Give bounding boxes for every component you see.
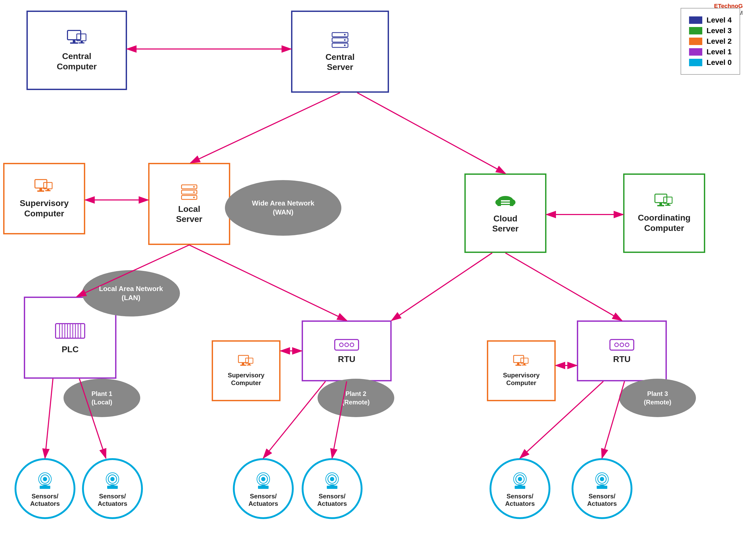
legend-label-0: Level 0 bbox=[706, 58, 732, 67]
coordinating-computer-box: CoordinatingComputer bbox=[623, 174, 705, 253]
svg-point-23 bbox=[193, 197, 195, 198]
legend-label-2: Level 2 bbox=[706, 37, 732, 46]
supervisory-computer-mid-box: SupervisoryComputer bbox=[212, 340, 280, 401]
svg-rect-58 bbox=[517, 362, 519, 365]
svg-rect-36 bbox=[665, 205, 671, 206]
sensor-3-icon bbox=[251, 470, 275, 491]
svg-point-72 bbox=[110, 477, 114, 481]
sensor-2: Sensors/Actuators bbox=[82, 458, 143, 519]
wan-bubble: Wide Area Network(WAN) bbox=[225, 180, 341, 236]
svg-line-106 bbox=[506, 253, 622, 321]
svg-rect-17 bbox=[45, 190, 51, 191]
lan-label: Local Area Network(LAN) bbox=[99, 284, 163, 302]
legend-item-4: Level 4 bbox=[689, 16, 732, 24]
sensor-3: Sensors/Actuators bbox=[233, 458, 294, 519]
sensor-3-label: Sensors/Actuators bbox=[248, 492, 278, 507]
supervisory-left-icon bbox=[34, 179, 55, 196]
legend-item-3: Level 3 bbox=[689, 26, 732, 35]
svg-rect-52 bbox=[247, 365, 251, 365]
svg-line-101 bbox=[357, 93, 506, 174]
legend-label-1: Level 1 bbox=[706, 48, 732, 56]
sensor-6: Sensors/Actuators bbox=[572, 458, 632, 519]
svg-point-7 bbox=[344, 34, 346, 35]
lan-bubble: Local Area Network(LAN) bbox=[82, 270, 180, 316]
rtu-right-box: RTU bbox=[577, 321, 667, 381]
svg-rect-63 bbox=[610, 339, 634, 350]
coordinating-label: CoordinatingComputer bbox=[638, 213, 691, 233]
sensor-6-label: Sensors/Actuators bbox=[587, 492, 617, 507]
legend-item-2: Level 2 bbox=[689, 37, 732, 46]
central-computer-box: CentralComputer bbox=[26, 10, 127, 90]
svg-rect-49 bbox=[240, 365, 246, 366]
svg-point-54 bbox=[340, 343, 343, 347]
supervisory-computer-left-box: SupervisoryComputer bbox=[3, 163, 85, 234]
coordinating-icon bbox=[654, 193, 675, 210]
legend-item-1: Level 1 bbox=[689, 48, 732, 56]
cloud-server-icon bbox=[493, 193, 517, 211]
svg-rect-13 bbox=[39, 188, 42, 191]
svg-rect-53 bbox=[335, 339, 358, 350]
svg-rect-48 bbox=[242, 362, 244, 365]
rtu-right-icon bbox=[609, 337, 635, 352]
legend-color-2 bbox=[689, 37, 702, 45]
local-server-label: LocalServer bbox=[176, 204, 202, 224]
legend-label-3: Level 3 bbox=[706, 26, 732, 35]
svg-point-11 bbox=[344, 45, 346, 46]
svg-rect-33 bbox=[657, 205, 664, 206]
rtu-mid-label: RTU bbox=[338, 354, 355, 364]
svg-rect-59 bbox=[515, 365, 521, 366]
legend-color-3 bbox=[689, 27, 702, 34]
svg-point-64 bbox=[615, 343, 618, 347]
central-server-box: CentralServer bbox=[291, 10, 389, 93]
supervisory-right-label: SupervisoryComputer bbox=[503, 372, 540, 387]
plant2-label: Plant 2(Remote) bbox=[318, 379, 394, 417]
diagram-container: ETechnoG WWW.ETechnoG.COM Level 4 Level … bbox=[0, 0, 756, 558]
svg-point-65 bbox=[620, 343, 624, 347]
legend-color-4 bbox=[689, 17, 702, 24]
svg-rect-29 bbox=[501, 203, 510, 204]
central-computer-icon bbox=[65, 29, 89, 49]
supervisory-mid-label: SupervisoryComputer bbox=[228, 372, 265, 387]
rtu-right-label: RTU bbox=[613, 354, 630, 364]
svg-rect-31 bbox=[655, 194, 667, 203]
svg-rect-32 bbox=[659, 203, 662, 205]
plc-icon bbox=[54, 321, 86, 342]
rtu-mid-box: RTU bbox=[302, 321, 392, 381]
plant1-label: Plant 1(Local) bbox=[63, 379, 140, 417]
sensor-4: Sensors/Actuators bbox=[302, 458, 362, 519]
svg-line-100 bbox=[191, 93, 340, 163]
plant3-label: Plant 3(Remote) bbox=[619, 379, 696, 417]
svg-rect-4 bbox=[81, 41, 83, 43]
svg-rect-12 bbox=[35, 180, 47, 188]
svg-point-66 bbox=[625, 343, 629, 347]
sensor-5-label: Sensors/Actuators bbox=[505, 492, 535, 507]
svg-point-56 bbox=[350, 343, 354, 347]
svg-rect-14 bbox=[37, 191, 44, 192]
svg-point-82 bbox=[330, 477, 334, 481]
svg-rect-28 bbox=[501, 200, 510, 202]
sensor-2-label: Sensors/Actuators bbox=[98, 492, 127, 507]
legend-item-0: Level 0 bbox=[689, 58, 732, 67]
central-server-label: CentralServer bbox=[325, 52, 355, 72]
supervisory-computer-right-box: SupervisoryComputer bbox=[487, 340, 556, 401]
svg-rect-62 bbox=[522, 365, 526, 365]
cloud-server-box: CloudServer bbox=[464, 174, 546, 253]
svg-line-105 bbox=[189, 245, 347, 321]
svg-point-21 bbox=[193, 191, 195, 193]
svg-rect-1 bbox=[73, 40, 75, 42]
legend-label-4: Level 4 bbox=[706, 16, 732, 24]
svg-rect-2 bbox=[70, 42, 78, 44]
svg-rect-61 bbox=[523, 363, 525, 365]
supervisory-left-label: SupervisoryComputer bbox=[20, 198, 69, 219]
svg-point-19 bbox=[193, 186, 195, 187]
svg-rect-57 bbox=[514, 355, 524, 362]
svg-line-107 bbox=[392, 253, 492, 321]
sensor-6-icon bbox=[590, 470, 614, 491]
central-computer-label: CentralComputer bbox=[57, 51, 97, 72]
supervisory-mid-icon bbox=[238, 355, 255, 370]
central-server-icon bbox=[329, 31, 351, 50]
sensor-2-icon bbox=[101, 470, 124, 491]
svg-line-110 bbox=[45, 379, 53, 458]
svg-point-55 bbox=[345, 343, 349, 347]
legend-color-1 bbox=[689, 48, 702, 56]
